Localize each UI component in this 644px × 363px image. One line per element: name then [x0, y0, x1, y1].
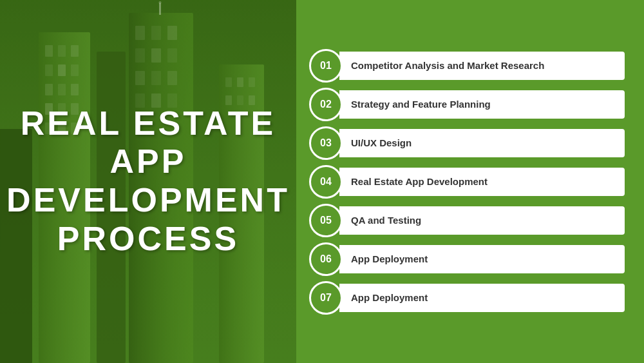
step-number-01: 01: [320, 60, 332, 72]
step-label-box-02: Strategy and Feature Planning: [339, 90, 625, 119]
step-label-box-01: Competitor Analysis and Market Research: [339, 52, 625, 80]
step-number-06: 06: [320, 253, 332, 265]
step-circle-05: 05: [309, 204, 343, 237]
process-item: 01Competitor Analysis and Market Researc…: [309, 49, 625, 83]
left-panel: REAL ESTATE APP DEVELOPMENT PROCESS: [0, 0, 296, 363]
title-line3: DEVELOPMENT: [6, 182, 290, 219]
step-label-box-04: Real Estate App Development: [339, 168, 625, 196]
step-label-05: QA and Testing: [351, 215, 421, 226]
step-label-box-05: QA and Testing: [339, 206, 625, 235]
title-line2: APP: [110, 143, 187, 181]
step-label-04: Real Estate App Development: [351, 176, 488, 187]
hero-title: REAL ESTATE APP DEVELOPMENT PROCESS: [6, 104, 290, 259]
main-container: REAL ESTATE APP DEVELOPMENT PROCESS 01Co…: [0, 0, 644, 363]
process-item: 06App Deployment: [309, 242, 625, 276]
step-number-07: 07: [320, 292, 332, 304]
step-label-box-03: UI/UX Design: [339, 129, 625, 157]
step-circle-04: 04: [309, 165, 343, 199]
step-number-05: 05: [320, 215, 332, 226]
step-label-01: Competitor Analysis and Market Research: [351, 60, 544, 71]
step-label-03: UI/UX Design: [351, 137, 412, 148]
title-line1: REAL ESTATE: [21, 104, 276, 142]
process-item: 04Real Estate App Development: [309, 165, 625, 199]
title-line4: PROCESS: [57, 220, 239, 257]
step-circle-07: 07: [309, 281, 343, 315]
step-circle-06: 06: [309, 242, 343, 276]
right-panel: 01Competitor Analysis and Market Researc…: [296, 0, 644, 363]
step-label-02: Strategy and Feature Planning: [351, 99, 491, 110]
step-number-04: 04: [320, 176, 332, 188]
step-label-07: App Deployment: [351, 292, 428, 303]
process-item: 02Strategy and Feature Planning: [309, 88, 625, 121]
process-item: 03UI/UX Design: [309, 126, 625, 160]
step-circle-01: 01: [309, 49, 343, 83]
step-circle-02: 02: [309, 88, 343, 121]
process-item: 07App Deployment: [309, 281, 625, 315]
process-item: 05QA and Testing: [309, 204, 625, 237]
step-label-box-07: App Deployment: [339, 284, 625, 312]
step-label-06: App Deployment: [351, 253, 428, 264]
step-circle-03: 03: [309, 126, 343, 160]
step-number-02: 02: [320, 99, 332, 110]
step-number-03: 03: [320, 137, 332, 149]
step-label-box-06: App Deployment: [339, 245, 625, 273]
